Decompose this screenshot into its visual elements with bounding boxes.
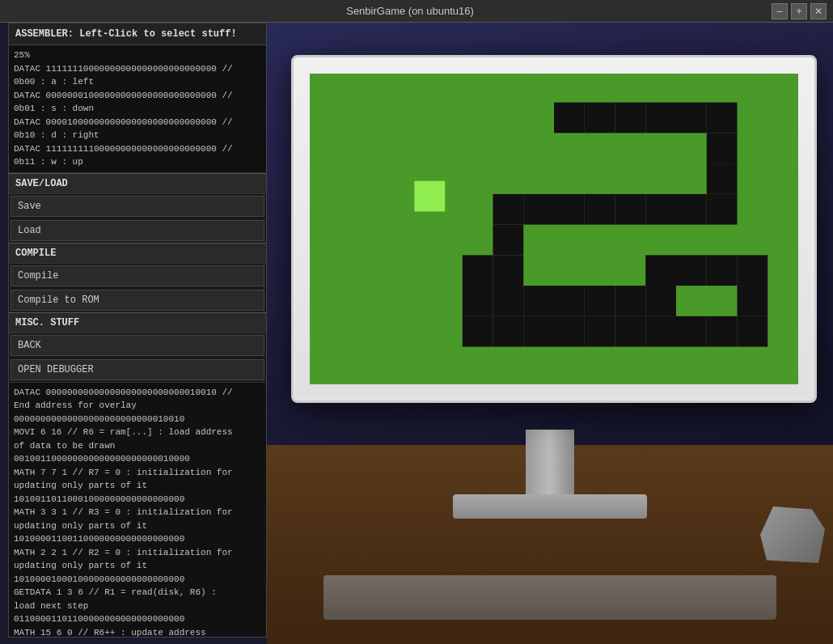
- maximize-button[interactable]: +: [791, 3, 807, 19]
- svg-rect-40: [676, 316, 707, 347]
- misc-label: MISC. STUFF: [9, 312, 266, 333]
- svg-rect-33: [463, 316, 493, 347]
- monitor-screen: [310, 74, 798, 384]
- svg-rect-6: [707, 103, 738, 133]
- code-line: DATAC 00000000000000000000000000010010 /…: [14, 386, 261, 400]
- game-display: [310, 74, 798, 384]
- svg-rect-42: [414, 181, 445, 212]
- titlebar-title: SenbirGame (on ubuntu16): [49, 5, 772, 17]
- code-line: DATAC 11111110000000000000000000000000 /…: [14, 62, 261, 76]
- code-line: of data to be drawn: [14, 439, 261, 453]
- code-line: 01100001101100000000000000000000: [14, 612, 261, 626]
- titlebar-buttons: – + ✕: [772, 3, 833, 19]
- minimize-button[interactable]: –: [772, 3, 788, 19]
- svg-rect-18: [493, 255, 524, 286]
- code-line: updating only parts of it: [14, 479, 261, 493]
- code-line: 001001100000000000000000000010000: [14, 452, 261, 466]
- svg-rect-36: [554, 316, 585, 347]
- monitor-stand-pole: [526, 430, 574, 494]
- save-button[interactable]: Save: [11, 196, 264, 217]
- code-line: DATAC 00000001000000000000000000000000 /…: [14, 89, 261, 103]
- svg-rect-13: [585, 194, 615, 225]
- code-line: MATH 7 7 1 // R7 = 0 : initialization fo…: [14, 466, 261, 480]
- svg-rect-12: [615, 194, 646, 225]
- compile-button[interactable]: Compile: [11, 265, 264, 286]
- titlebar: SenbirGame (on ubuntu16) – + ✕: [0, 0, 833, 23]
- svg-rect-20: [523, 286, 554, 316]
- game-scene: [267, 23, 833, 644]
- close-button[interactable]: ✕: [810, 3, 827, 19]
- svg-rect-30: [738, 316, 768, 347]
- svg-rect-8: [707, 163, 738, 194]
- code-line: 0b01 : s : down: [14, 102, 261, 116]
- code-line: DATAC 00001000000000000000000000000000 /…: [14, 116, 261, 129]
- svg-rect-14: [554, 194, 585, 225]
- keyboard: [323, 575, 776, 620]
- back-button[interactable]: BACK: [11, 335, 264, 356]
- svg-rect-9: [707, 194, 738, 225]
- code-area-bottom: DATAC 00000000000000000000000000010010 /…: [9, 382, 266, 638]
- svg-rect-25: [645, 255, 676, 286]
- svg-rect-1: [554, 103, 585, 133]
- save-load-label: SAVE/LOAD: [9, 173, 266, 194]
- svg-rect-16: [493, 194, 524, 225]
- svg-rect-41: [707, 316, 738, 347]
- svg-rect-15: [523, 194, 554, 225]
- code-line: End address for overlay: [14, 399, 261, 413]
- svg-rect-24: [645, 286, 676, 316]
- svg-rect-19: [493, 286, 524, 316]
- svg-rect-32: [463, 286, 493, 316]
- monitor-stand-base: [453, 494, 647, 519]
- svg-rect-7: [707, 133, 738, 163]
- code-line: 10100001100110000000000000000000: [14, 532, 261, 546]
- svg-rect-17: [493, 225, 524, 256]
- svg-rect-28: [738, 255, 768, 286]
- svg-rect-34: [493, 316, 524, 347]
- code-line: MATH 2 2 1 // R2 = 0 : initialization fo…: [14, 546, 261, 560]
- assembler-header: ASSEMBLER: Left-Click to select stuff!: [9, 23, 266, 45]
- code-area-top: 25% DATAC 111111100000000000000000000000…: [9, 45, 266, 173]
- svg-rect-22: [585, 286, 615, 316]
- code-line: MATH 3 3 1 // R3 = 0 : initialization fo…: [14, 506, 261, 519]
- code-line: 0b11 : w : up: [14, 155, 261, 169]
- compile-to-rom-button[interactable]: Compile to ROM: [11, 290, 264, 311]
- code-line: DATAC 11111111100000000000000000000000 /…: [14, 142, 261, 156]
- monitor: [291, 55, 817, 403]
- code-line: MATH 15 6 0 // R6++ : update address: [14, 626, 261, 638]
- load-button[interactable]: Load: [11, 220, 264, 241]
- code-line: updating only parts of it: [14, 559, 261, 573]
- code-line: 25%: [14, 49, 261, 62]
- left-panel: ASSEMBLER: Left-Click to select stuff! 2…: [8, 23, 267, 638]
- svg-rect-5: [676, 103, 707, 133]
- svg-rect-35: [523, 316, 554, 347]
- svg-rect-3: [615, 103, 646, 133]
- code-line: 0b00 : a : left: [14, 75, 261, 89]
- svg-rect-21: [554, 286, 585, 316]
- code-line: GETDATA 1 3 6 // R1 = read(disk, R6) :: [14, 586, 261, 600]
- code-line: MOVI 6 16 // R6 = ram[...] : load addres…: [14, 426, 261, 439]
- compile-label: COMPILE: [9, 243, 266, 264]
- open-debugger-button[interactable]: OPEN DEBUGGER: [11, 359, 264, 380]
- svg-rect-11: [645, 194, 676, 225]
- rock-object: [760, 506, 825, 563]
- code-line: 0b10 : d : right: [14, 129, 261, 142]
- svg-rect-26: [676, 255, 707, 286]
- svg-rect-38: [615, 316, 646, 347]
- code-line: 10100110110001000000000000000000: [14, 493, 261, 506]
- svg-rect-23: [615, 286, 646, 316]
- svg-rect-27: [707, 255, 738, 286]
- svg-rect-2: [585, 103, 615, 133]
- svg-rect-31: [463, 255, 493, 286]
- svg-rect-39: [645, 316, 676, 347]
- svg-rect-4: [645, 103, 676, 133]
- code-line: updating only parts of it: [14, 519, 261, 533]
- code-line: 10100001000100000000000000000000: [14, 573, 261, 587]
- svg-rect-37: [585, 316, 615, 347]
- code-line: 00000000000000000000000000010010: [14, 413, 261, 426]
- svg-rect-10: [676, 194, 707, 225]
- code-line: load next step: [14, 600, 261, 613]
- svg-rect-29: [738, 286, 768, 316]
